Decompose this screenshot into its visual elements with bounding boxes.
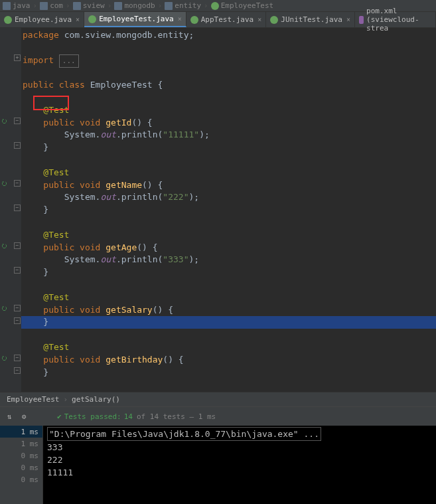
fold-box[interactable]: ... xyxy=(59,54,79,68)
close-icon[interactable]: × xyxy=(257,16,261,23)
fold-icon[interactable]: − xyxy=(14,242,21,249)
run-gutter-icon[interactable]: ⭮ xyxy=(1,180,8,187)
tree-row[interactable]: 0 ms xyxy=(0,462,42,473)
tab-junittest[interactable]: JUnitTest.java× xyxy=(266,12,355,27)
tests-info: of 14 tests – 1 ms xyxy=(137,412,216,421)
fold-icon[interactable]: − xyxy=(14,317,21,324)
fold-icon[interactable]: − xyxy=(14,305,21,311)
run-panel: ⇅ ⚙ ✔ Tests passed: 14 of 14 tests – 1 m… xyxy=(0,406,436,504)
class-icon xyxy=(190,16,198,24)
fold-icon[interactable]: − xyxy=(14,142,21,149)
folder-icon xyxy=(40,2,48,10)
tree-row[interactable]: 1 ms xyxy=(0,426,42,438)
class-icon xyxy=(4,16,12,24)
close-icon[interactable]: × xyxy=(76,16,80,23)
editor-tabs: Employee.java× EmployeeTest.java× AppTes… xyxy=(0,12,436,28)
tree-row[interactable]: 1 ms xyxy=(0,438,42,450)
breadcrumb-item[interactable]: com xyxy=(40,1,63,10)
run-gutter-icon[interactable]: ⭮ xyxy=(1,242,8,249)
expand-icon[interactable]: ⇅ xyxy=(4,411,15,422)
fold-icon[interactable]: − xyxy=(14,267,21,274)
close-icon[interactable]: × xyxy=(178,15,182,23)
tests-status: ✔ Tests passed: 14 xyxy=(57,412,133,421)
panel-body: 1 ms 1 ms 0 ms 0 ms 0 ms "D:\Program Fil… xyxy=(0,426,436,504)
highlight-box xyxy=(33,96,69,110)
fold-icon[interactable]: − xyxy=(14,205,21,211)
console-line: 333 xyxy=(47,441,432,454)
chevron-right-icon: › xyxy=(204,1,208,10)
folder-icon xyxy=(114,2,122,10)
class-icon xyxy=(88,15,96,23)
breadcrumb-item[interactable]: sview xyxy=(73,1,105,10)
check-icon: ✔ xyxy=(57,412,62,421)
fold-icon[interactable]: − xyxy=(14,367,21,374)
tree-row[interactable]: 0 ms xyxy=(0,450,42,462)
tree-row[interactable]: 0 ms xyxy=(0,473,42,485)
tab-apptest[interactable]: AppTest.java× xyxy=(186,12,267,27)
breadcrumb-item[interactable]: entity xyxy=(165,1,201,10)
run-gutter-icon[interactable]: ⭮ xyxy=(1,305,8,311)
folder-icon xyxy=(3,2,11,10)
crumb-class[interactable]: EmployeeTest xyxy=(7,395,59,404)
crumb-method[interactable]: getSalary() xyxy=(72,395,120,404)
tab-employeetest[interactable]: EmployeeTest.java× xyxy=(84,12,186,27)
folder-icon xyxy=(165,2,173,10)
code-editor[interactable]: + ⭮ − − ⭮ − − ⭮ − − ⭮ − − ⭮ − − package … xyxy=(0,28,436,392)
fold-icon[interactable]: + xyxy=(14,54,21,61)
breadcrumb-item[interactable]: mongodb xyxy=(114,1,155,10)
xml-icon xyxy=(359,16,364,24)
class-icon xyxy=(211,2,219,10)
fold-icon[interactable]: − xyxy=(14,118,21,124)
tab-employee[interactable]: Employee.java× xyxy=(0,12,84,27)
console-cmd: "D:\Program Files\Java\jdk1.8.0_77\bin\j… xyxy=(47,427,321,441)
class-icon xyxy=(270,16,278,24)
chevron-right-icon: › xyxy=(33,1,38,10)
tab-pom[interactable]: pom.xml (sviewcloud-strea xyxy=(355,12,436,27)
chevron-right-icon: › xyxy=(66,1,70,10)
breadcrumb-item[interactable]: java xyxy=(3,1,31,10)
test-tree[interactable]: 1 ms 1 ms 0 ms 0 ms 0 ms xyxy=(0,426,43,504)
close-icon[interactable]: × xyxy=(346,16,350,23)
console-line: 11111 xyxy=(47,466,432,479)
fold-icon[interactable]: − xyxy=(14,355,21,361)
console-line: 222 xyxy=(47,454,432,466)
chevron-right-icon: › xyxy=(108,1,112,10)
code-area[interactable]: package com.sview.mongodb.entity; import… xyxy=(21,28,436,392)
breadcrumb-item[interactable]: EmployeeTest xyxy=(211,1,273,10)
run-gutter-icon[interactable]: ⭮ xyxy=(1,355,8,361)
chevron-right-icon: › xyxy=(63,395,68,404)
chevron-right-icon: › xyxy=(158,1,163,10)
console-output[interactable]: "D:\Program Files\Java\jdk1.8.0_77\bin\j… xyxy=(43,426,436,504)
fold-icon[interactable]: − xyxy=(14,180,21,187)
run-gutter-icon[interactable]: ⭮ xyxy=(1,118,8,124)
folder-icon xyxy=(73,2,81,10)
panel-toolbar: ⇅ ⚙ ✔ Tests passed: 14 of 14 tests – 1 m… xyxy=(0,407,436,426)
structure-breadcrumb: EmployeeTest › getSalary() xyxy=(0,392,436,406)
editor-gutter[interactable]: + ⭮ − − ⭮ − − ⭮ − − ⭮ − − ⭮ − − xyxy=(0,28,21,392)
gear-icon[interactable]: ⚙ xyxy=(19,411,29,422)
